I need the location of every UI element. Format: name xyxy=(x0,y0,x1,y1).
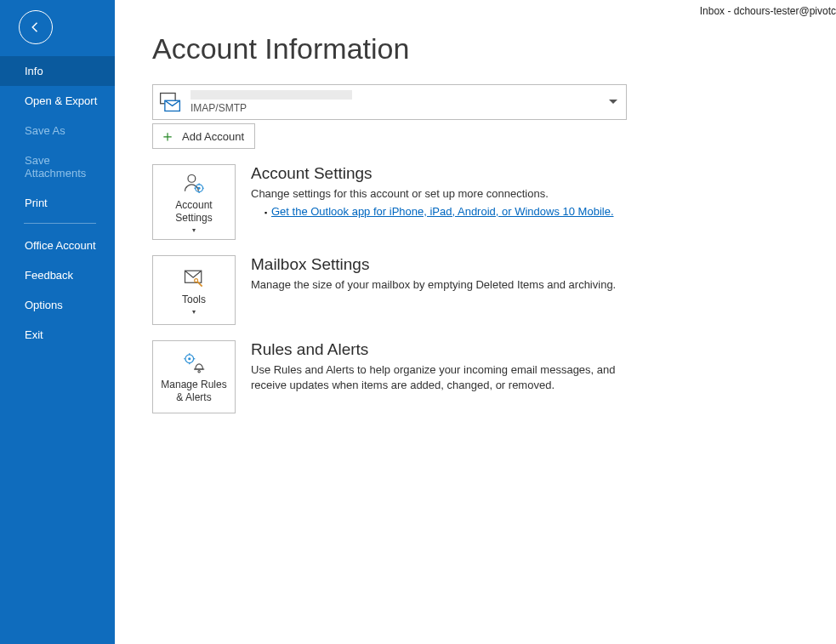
nav-label: Print xyxy=(25,197,48,209)
main-content: Account Information IMAP/SMTP ＋ Add Acco… xyxy=(115,0,836,644)
account-selector[interactable]: IMAP/SMTP xyxy=(152,84,627,120)
nav-label: Save Attachments xyxy=(25,154,86,180)
add-account-button[interactable]: ＋ Add Account xyxy=(152,123,255,149)
svg-point-18 xyxy=(198,370,200,372)
nav-label: Office Account xyxy=(25,239,96,252)
section-rules-alerts: Manage Rules & Alerts Rules and Alerts U… xyxy=(152,340,802,413)
section-account-settings: Account Settings ▾ Account Settings Chan… xyxy=(152,164,802,240)
nav-feedback[interactable]: Feedback xyxy=(0,260,115,290)
svg-point-2 xyxy=(188,175,196,183)
mailbox-tools-icon xyxy=(181,266,207,290)
nav-print[interactable]: Print xyxy=(0,188,115,218)
account-type: IMAP/SMTP xyxy=(191,103,352,115)
chevron-down-icon: ▾ xyxy=(192,226,196,234)
tile-label: Manage Rules & Alerts xyxy=(156,379,231,404)
plus-icon: ＋ xyxy=(160,128,175,144)
account-settings-tile[interactable]: Account Settings ▾ xyxy=(152,164,236,240)
mail-account-icon xyxy=(158,90,182,114)
svg-point-12 xyxy=(188,357,191,360)
nav-save-attachments: Save Attachments xyxy=(0,145,115,188)
section-title: Rules and Alerts xyxy=(251,340,617,359)
section-desc: Manage the size of your mailbox by empty… xyxy=(251,277,616,293)
svg-point-10 xyxy=(195,279,198,282)
svg-point-4 xyxy=(198,187,201,190)
get-outlook-app-link[interactable]: Get the Outlook app for iPhone, iPad, An… xyxy=(271,205,614,218)
section-desc: Use Rules and Alerts to help organize yo… xyxy=(251,362,617,392)
back-button[interactable] xyxy=(19,10,53,44)
account-email-redacted xyxy=(191,90,352,100)
section-title: Account Settings xyxy=(251,164,614,183)
nav-options[interactable]: Options xyxy=(0,290,115,320)
manage-rules-tile[interactable]: Manage Rules & Alerts xyxy=(152,340,236,413)
tile-label: Tools xyxy=(182,294,206,306)
nav-label: Exit xyxy=(25,328,43,341)
nav-separator xyxy=(24,223,96,224)
nav-label: Open & Export xyxy=(25,94,97,107)
nav-label: Save As xyxy=(25,124,65,137)
tile-label: Account Settings xyxy=(156,199,231,225)
rules-alerts-icon xyxy=(181,351,207,375)
tools-tile[interactable]: Tools ▾ xyxy=(152,255,236,325)
section-mailbox-settings: Tools ▾ Mailbox Settings Manage the size… xyxy=(152,255,802,325)
nav-save-as: Save As xyxy=(0,116,115,145)
section-title: Mailbox Settings xyxy=(251,255,616,274)
section-desc: Change settings for this account or set … xyxy=(251,186,614,202)
nav-label: Feedback xyxy=(25,269,73,282)
nav-info[interactable]: Info xyxy=(0,56,115,86)
person-gear-icon xyxy=(181,172,207,196)
nav-label: Info xyxy=(25,65,43,77)
nav-label: Options xyxy=(25,299,63,311)
add-account-label: Add Account xyxy=(182,130,244,143)
chevron-down-icon: ▾ xyxy=(192,308,196,316)
back-arrow-icon xyxy=(28,20,43,35)
nav-open-export[interactable]: Open & Export xyxy=(0,86,115,116)
chevron-down-icon xyxy=(609,100,617,105)
page-title: Account Information xyxy=(152,32,802,66)
backstage-sidebar: Info Open & Export Save As Save Attachme… xyxy=(0,0,115,644)
nav-exit[interactable]: Exit xyxy=(0,320,115,350)
nav-office-account[interactable]: Office Account xyxy=(0,231,115,260)
